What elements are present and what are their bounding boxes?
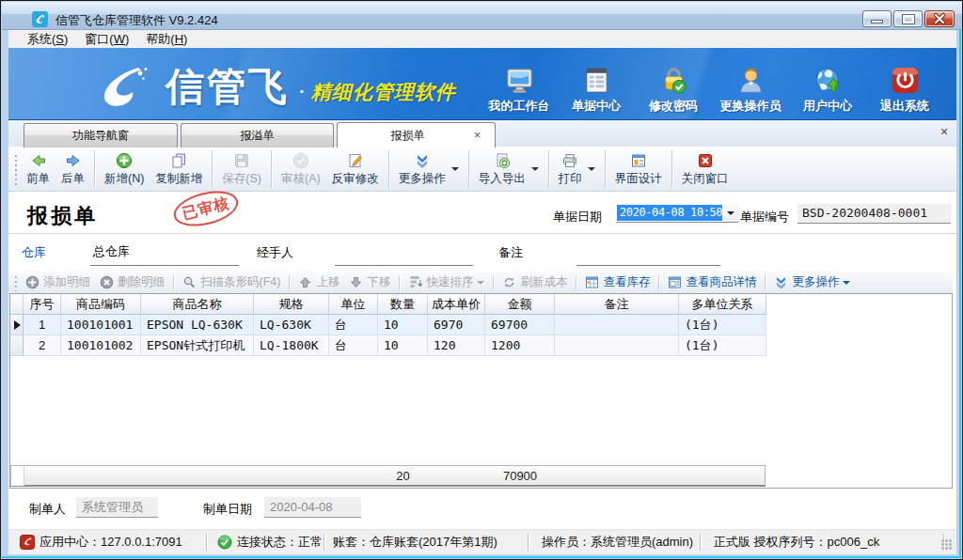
warehouse-label: 仓库	[22, 244, 46, 261]
cell-r1c6[interactable]: 10	[378, 315, 428, 335]
toolbar-button-label: 关闭窗口	[682, 171, 729, 187]
cell-r1c1[interactable]: 1	[24, 315, 61, 335]
make-date-field: 2020-04-08	[264, 497, 361, 518]
cell-r1c7[interactable]: 6970	[428, 315, 485, 335]
ui-design-icon	[630, 152, 647, 169]
toolbar-grip[interactable]	[12, 152, 21, 186]
cell-r2c8[interactable]: 1200	[485, 335, 555, 356]
cell-r2c9[interactable]	[555, 335, 679, 356]
grid-toolbar-button-view-product-detail[interactable]: 查看商品详情	[663, 272, 761, 292]
status-segment-2: 连接状态：正常	[217, 530, 323, 554]
toolbar-separator	[671, 150, 672, 188]
table-row-2[interactable]: 2100101002EPSON针式打印机LQ-1800K台101201200(1…	[10, 335, 766, 356]
toolbar-button-label: 新增(N)	[104, 171, 144, 187]
table-row-1[interactable]: 1100101001EPSON LQ-630KLQ-630K台106970697…	[10, 315, 766, 335]
toolbar-button-arrow-right-blue[interactable]: 后单	[55, 148, 90, 191]
row-selector-cell[interactable]	[10, 315, 24, 335]
banner-tool-switch-operator-person[interactable]: 更换操作员	[712, 54, 789, 116]
grid-toolbar-separator	[658, 275, 659, 290]
minimize-button[interactable]	[862, 10, 892, 27]
grid-toolbar-button-label: 查看商品详情	[686, 274, 756, 290]
grid-toolbar-button-view-stock[interactable]: 查看库存	[580, 272, 655, 292]
doc-date-field[interactable]: 2020-04-08 10:50	[616, 204, 738, 223]
column-header-8[interactable]: 金额	[485, 294, 555, 315]
status-segment-label: 正式版 授权序列号：pc006_ck	[714, 534, 879, 551]
banner-tool-change-password-lock[interactable]: 修改密码	[635, 54, 712, 116]
column-header-9[interactable]: 备注	[555, 294, 679, 315]
toolbar-button-copy-pages[interactable]: 复制新增	[150, 148, 208, 191]
row-selector-cell[interactable]	[10, 335, 24, 356]
column-header-5[interactable]: 单位	[329, 294, 378, 315]
column-header-3[interactable]: 商品名称	[141, 294, 254, 315]
banner-tool-workbench-monitor[interactable]: 我的工作台	[481, 54, 558, 116]
column-header-2[interactable]: 商品编码	[61, 294, 141, 315]
grid-toolbar-grip[interactable]	[13, 274, 21, 291]
toolbar-button-import-export[interactable]: 导入导出	[473, 148, 531, 191]
column-header-6[interactable]: 数量	[378, 294, 428, 315]
status-segment-5: 正式版 授权序列号：pc006_ck	[714, 530, 879, 554]
dropdown-caret-icon[interactable]	[531, 148, 545, 191]
cell-r2c2[interactable]: 100101002	[61, 335, 141, 356]
cell-r1c8[interactable]: 69700	[485, 315, 555, 335]
column-header-1[interactable]: 序号	[24, 294, 61, 315]
tab-1[interactable]: 功能导航窗	[24, 123, 178, 148]
column-header-4[interactable]: 规格	[254, 294, 329, 315]
grid-toolbar-button-refresh-cost: 刷新成本	[497, 272, 572, 292]
toolbar-button-close-window[interactable]: 关闭窗口	[676, 148, 734, 191]
close-button[interactable]	[924, 10, 955, 27]
cell-r1c2[interactable]: 100101001	[61, 315, 141, 335]
grid-toolbar-button-label: 扫描条形码(F4)	[200, 274, 280, 290]
toolbar-button-ui-design[interactable]: 界面设计	[609, 148, 668, 191]
tab-3[interactable]: 报损单×	[337, 122, 496, 148]
maximize-button[interactable]	[893, 10, 923, 27]
brand-logo-icon	[98, 65, 152, 110]
grid-toolbar-button-more-chevrons-blue[interactable]: 更多操作	[769, 272, 855, 292]
cell-r2c5[interactable]: 台	[329, 335, 378, 356]
grid-toolbar-button-add-detail: 添加明细	[21, 272, 95, 292]
toolbar-button-more-chevrons[interactable]: 更多操作	[393, 148, 451, 191]
window-controls	[860, 10, 955, 27]
cell-r2c6[interactable]: 10	[378, 335, 428, 356]
cell-r1c4[interactable]: LQ-630K	[254, 315, 329, 335]
cell-r2c4[interactable]: LQ-1800K	[254, 335, 329, 356]
doc-no-field[interactable]: BSD-20200408-0001	[797, 204, 951, 224]
table-header-row: 序号商品编码商品名称规格单位数量成本单价金额备注多单位关系	[10, 294, 766, 315]
grid-toolbar-button-label: 添加明细	[43, 274, 90, 290]
window-title: 信管飞仓库管理软件 V9.2.424	[55, 12, 218, 29]
menu-item-3[interactable]: 帮助(H)	[137, 29, 196, 50]
toolbar-button-edit-pencil[interactable]: 反审修改	[326, 148, 385, 191]
status-segment-label: 账套：仓库账套(2017年第1期)	[333, 534, 497, 551]
cell-r1c10[interactable]: (1台)	[679, 315, 766, 335]
banner-tool-document-center[interactable]: 单据中心	[558, 54, 635, 116]
tab-close-icon[interactable]: ×	[471, 129, 483, 141]
tabstrip-close-icon[interactable]: ×	[938, 125, 951, 138]
menu-item-2[interactable]: 窗口(W)	[76, 29, 137, 50]
view-product-detail-icon	[668, 275, 682, 289]
cell-r1c3[interactable]: EPSON LQ-630K	[141, 315, 254, 335]
toolbar-separator	[388, 150, 389, 188]
column-header-10[interactable]: 多单位关系	[679, 294, 766, 315]
cell-r2c3[interactable]: EPSON针式打印机	[141, 335, 254, 356]
cell-r2c7[interactable]: 120	[428, 335, 485, 356]
status-separator	[206, 534, 207, 551]
cell-r1c9[interactable]	[555, 315, 679, 335]
toolbar-button-arrow-left-green[interactable]: 前单	[21, 148, 55, 191]
grid-toolbar-button-quick-sort: 快速排序	[403, 272, 489, 292]
dropdown-caret-icon[interactable]	[588, 148, 601, 191]
cell-r2c10[interactable]: (1台)	[679, 335, 766, 356]
toolbar-button-printer[interactable]: 打印	[553, 148, 588, 191]
tab-2[interactable]: 报溢单	[181, 123, 334, 148]
dropdown-caret-icon[interactable]	[451, 148, 465, 191]
column-header-7[interactable]: 成本单价	[428, 294, 485, 315]
toolbar-button-add-circle[interactable]: 新增(N)	[99, 148, 150, 191]
warehouse-value[interactable]: 总仓库	[93, 243, 130, 260]
banner-tool-label: 我的工作台	[489, 98, 550, 115]
banner-tool-exit-power[interactable]: 退出系统	[866, 54, 943, 116]
grid-toolbar-button-label: 刷新成本	[520, 274, 567, 290]
banner-tool-user-center-globe[interactable]: 用户中心	[789, 54, 866, 116]
cell-r1c5[interactable]: 台	[329, 315, 378, 335]
toolbar-button-label: 界面设计	[615, 171, 662, 187]
menu-item-1[interactable]: 系统(S)	[19, 29, 76, 50]
cell-r2c1[interactable]: 2	[24, 335, 61, 356]
doc-date-dropdown-icon[interactable]	[722, 204, 738, 222]
